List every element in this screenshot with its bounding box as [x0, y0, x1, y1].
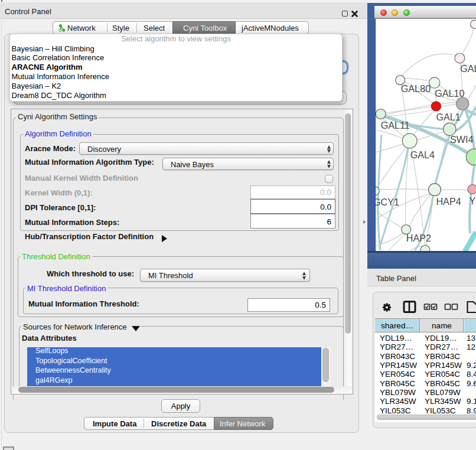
svg-text:GCY1: GCY1 [375, 197, 399, 207]
svg-text:HAP4: HAP4 [436, 196, 461, 207]
svg-text:Y: Y [469, 195, 475, 206]
svg-text:GAL11: GAL11 [381, 120, 410, 131]
svg-text:GAL10: GAL10 [435, 88, 464, 99]
svg-text:GAL: GAL [460, 63, 476, 74]
svg-text:GAL4: GAL4 [410, 149, 435, 160]
svg-text:GAL1: GAL1 [436, 112, 460, 122]
svg-text:SWI4: SWI4 [450, 134, 474, 145]
svg-text:HAP2: HAP2 [406, 233, 431, 243]
svg-text:GAL80: GAL80 [401, 83, 431, 94]
